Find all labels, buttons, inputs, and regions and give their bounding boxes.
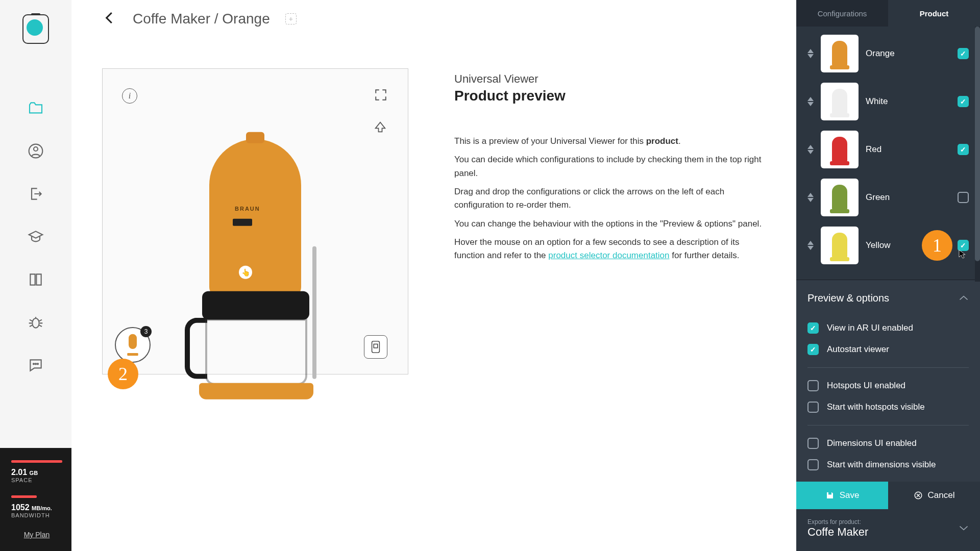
ar-view-button[interactable]: [364, 335, 387, 359]
tour-marker-2: 2: [108, 359, 138, 389]
config-thumbnail[interactable]: [821, 35, 859, 72]
config-checkbox[interactable]: [958, 96, 969, 107]
svg-point-5: [37, 363, 38, 364]
config-thumbnail[interactable]: [821, 131, 859, 168]
tab-product[interactable]: Product: [888, 0, 980, 27]
option-row: Start with hotspots visible: [807, 396, 969, 418]
option-checkbox[interactable]: [807, 380, 819, 391]
expand-icon[interactable]: [374, 88, 387, 104]
svg-rect-6: [129, 334, 137, 349]
user-icon[interactable]: [28, 143, 44, 159]
config-name: Red: [866, 144, 950, 155]
bandwidth-bar: [11, 495, 37, 498]
config-checkbox[interactable]: [958, 144, 969, 155]
svg-rect-8: [372, 341, 380, 353]
selection-icon[interactable]: [285, 13, 297, 24]
options-header[interactable]: Preview & options: [807, 292, 969, 304]
config-name: Orange: [866, 48, 950, 59]
svg-point-3: [33, 363, 34, 364]
option-checkbox[interactable]: [807, 402, 819, 413]
section-title: Product preview: [454, 88, 766, 104]
touch-hotspot-icon[interactable]: 👆: [239, 266, 252, 279]
hotspot-thumbnail[interactable]: 3: [115, 327, 151, 363]
config-name: White: [866, 96, 950, 107]
my-plan-link[interactable]: My Plan: [11, 531, 62, 539]
hotspot-count-badge: 3: [140, 326, 152, 337]
breadcrumb: Coffe Maker / Orange: [133, 11, 270, 27]
space-value: 2.01: [11, 468, 27, 477]
config-row: Yellow 1: [801, 221, 975, 269]
option-checkbox[interactable]: [807, 344, 819, 355]
exports-section[interactable]: Exports for product: Coffe Maker: [796, 509, 980, 548]
share-icon[interactable]: [373, 120, 387, 136]
product-viewer[interactable]: i BRAUN 👆 3: [102, 68, 408, 374]
svg-point-2: [32, 318, 39, 328]
save-button[interactable]: Save: [796, 482, 888, 509]
config-thumbnail[interactable]: [821, 227, 859, 264]
section-subtitle: Universal Viewer: [454, 72, 766, 86]
info-paragraph: You can change the behaviour with the op…: [454, 217, 766, 231]
option-row: Autostart viewer: [807, 339, 969, 360]
config-thumbnail[interactable]: [821, 83, 859, 120]
option-row: Hotspots UI enabled: [807, 375, 969, 396]
config-row: Orange: [801, 30, 975, 78]
chat-icon[interactable]: [28, 357, 44, 373]
sort-handle[interactable]: [807, 97, 814, 106]
config-checkbox[interactable]: [958, 48, 969, 59]
info-paragraph: This is a preview of your Universal View…: [454, 135, 766, 148]
cancel-button[interactable]: Cancel: [888, 482, 980, 509]
svg-rect-7: [127, 353, 138, 356]
option-label: Dimensions UI enabled: [827, 438, 917, 448]
option-row: View in AR UI enabled: [807, 317, 969, 339]
header: Coffe Maker / Orange: [71, 0, 796, 38]
config-row: Green: [801, 173, 975, 221]
main-area: Coffe Maker / Orange i BRAUN 👆: [71, 0, 796, 551]
bandwidth-value: 1052: [11, 503, 30, 512]
config-name: Green: [866, 192, 950, 203]
svg-point-4: [35, 363, 36, 364]
info-paragraph: You can decide which configurations to i…: [454, 153, 766, 180]
chevron-up-icon: [959, 294, 969, 303]
bandwidth-unit: MB/mo.: [32, 505, 52, 511]
documentation-link[interactable]: product selector documentation: [548, 251, 669, 260]
exports-product-name: Coffe Maker: [807, 525, 868, 539]
option-label: Autostart viewer: [827, 344, 889, 355]
sort-handle[interactable]: [807, 241, 814, 250]
option-label: View in AR UI enabled: [827, 323, 913, 333]
option-label: Start with dimensions visible: [827, 460, 936, 470]
docs-icon[interactable]: [28, 271, 44, 288]
learn-icon[interactable]: [28, 229, 44, 245]
logout-icon[interactable]: [28, 186, 44, 202]
tab-configurations[interactable]: Configurations: [796, 0, 888, 27]
info-button[interactable]: i: [122, 88, 137, 104]
sort-handle[interactable]: [807, 193, 814, 202]
bandwidth-label: BANDWIDTH: [11, 512, 62, 518]
folder-icon[interactable]: [28, 100, 44, 116]
preview-options-section: Preview & options View in AR UI enabled …: [796, 280, 980, 482]
app-logo[interactable]: [22, 14, 49, 44]
space-unit: GB: [30, 470, 38, 476]
option-row: Start with dimensions visible: [807, 454, 969, 475]
option-row: Dimensions UI enabled: [807, 433, 969, 454]
space-bar: [11, 460, 62, 463]
space-label: SPACE: [11, 477, 62, 483]
option-checkbox[interactable]: [807, 438, 819, 449]
info-column: Universal Viewer Product preview This is…: [454, 68, 766, 374]
config-thumbnail[interactable]: [821, 179, 859, 216]
bug-icon[interactable]: [28, 314, 44, 331]
sort-handle[interactable]: [807, 145, 814, 154]
option-checkbox[interactable]: [807, 322, 819, 334]
back-button[interactable]: [102, 10, 117, 28]
brand-label: BRAUN: [235, 206, 260, 212]
product-render: BRAUN 👆: [209, 139, 301, 297]
usage-block: 2.01 GB SPACE 1052 MB/mo. BANDWIDTH My P…: [0, 448, 71, 551]
config-checkbox[interactable]: [958, 192, 969, 203]
left-sidebar: 2.01 GB SPACE 1052 MB/mo. BANDWIDTH My P…: [0, 0, 71, 551]
svg-point-1: [34, 147, 38, 151]
option-checkbox[interactable]: [807, 459, 819, 470]
svg-rect-9: [374, 344, 377, 347]
options-title: Preview & options: [807, 292, 889, 304]
tour-marker-1: 1: [922, 230, 952, 261]
sort-handle[interactable]: [807, 49, 814, 58]
scrollbar[interactable]: [975, 27, 980, 282]
